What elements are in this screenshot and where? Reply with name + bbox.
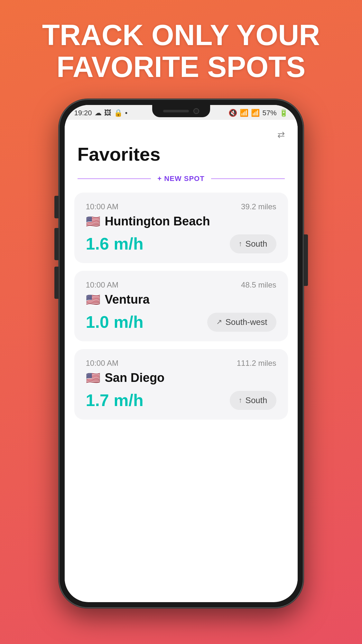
divider-right xyxy=(211,178,285,179)
card-name: San Diego xyxy=(105,371,165,385)
card-name-row: 🇺🇸 Huntington Beach xyxy=(86,214,276,228)
card-speed: 1.0 m/h xyxy=(86,312,144,332)
card-speed: 1.7 m/h xyxy=(86,391,144,410)
card-distance: 111.2 miles xyxy=(237,359,276,368)
battery-icon: 🔋 xyxy=(279,109,288,117)
cloud-icon: ☁ xyxy=(95,109,102,117)
card-name-row: 🇺🇸 San Diego xyxy=(86,371,276,385)
signal-icon: 📶 xyxy=(251,109,260,117)
direction-label: South-west xyxy=(225,317,267,327)
card-top-row: 10:00 AM 39.2 miles xyxy=(86,202,276,211)
volume-down-button xyxy=(54,267,59,299)
front-camera xyxy=(193,108,199,114)
direction-badge: ↑ South xyxy=(230,391,276,410)
phone-screen: 19:20 ☁ 🖼 🔒 • 🔇 📶 📶 57% 🔋 ⇄ Favorites xyxy=(65,105,298,602)
card-top-row: 10:00 AM 111.2 miles xyxy=(86,359,276,368)
new-spot-button[interactable]: + NEW SPOT xyxy=(151,175,211,183)
card-bottom-row: 1.6 m/h ↑ South xyxy=(86,234,276,253)
card-top-row: 10:00 AM 48.5 miles xyxy=(86,280,276,289)
card-name-row: 🇺🇸 Ventura xyxy=(86,293,276,307)
card-flag: 🇺🇸 xyxy=(86,293,100,307)
app-content: ⇄ Favorites + NEW SPOT 10:00 AM 39.2 mil… xyxy=(65,120,298,598)
page-title: Favorites xyxy=(65,143,298,175)
lock-icon: 🔒 xyxy=(114,109,123,117)
direction-badge: ↑ South xyxy=(230,234,276,253)
card-name: Ventura xyxy=(105,293,150,307)
app-header: ⇄ xyxy=(65,120,298,143)
card-bottom-row: 1.0 m/h ↗ South-west xyxy=(86,312,276,332)
spot-card-sandiego[interactable]: 10:00 AM 111.2 miles 🇺🇸 San Diego 1.7 m/… xyxy=(74,349,288,420)
card-time: 10:00 AM xyxy=(86,359,118,368)
card-name: Huntington Beach xyxy=(105,214,210,228)
status-indicators: 🔇 📶 📶 57% 🔋 xyxy=(228,109,288,117)
dot-icon: • xyxy=(125,109,128,117)
power-button xyxy=(303,234,308,286)
card-time: 10:00 AM xyxy=(86,202,118,211)
direction-badge: ↗ South-west xyxy=(207,313,276,332)
direction-label: South xyxy=(246,239,267,249)
direction-arrow: ↑ xyxy=(239,396,242,404)
image-icon: 🖼 xyxy=(104,109,111,117)
mute-status-icon: 🔇 xyxy=(228,109,237,117)
spot-card-ventura[interactable]: 10:00 AM 48.5 miles 🇺🇸 Ventura 1.0 m/h ↗… xyxy=(74,271,288,341)
card-time: 10:00 AM xyxy=(86,280,118,289)
card-distance: 39.2 miles xyxy=(241,202,276,211)
spots-list: 10:00 AM 39.2 miles 🇺🇸 Huntington Beach … xyxy=(65,193,298,420)
wifi-icon: 📶 xyxy=(240,109,248,117)
card-speed: 1.6 m/h xyxy=(86,234,144,253)
direction-label: South xyxy=(246,395,267,405)
volume-up-button xyxy=(54,228,59,260)
divider-left xyxy=(78,178,151,179)
swap-icon[interactable]: ⇄ xyxy=(277,129,285,140)
speaker xyxy=(163,110,189,112)
notch xyxy=(152,105,210,117)
direction-arrow: ↑ xyxy=(239,240,242,248)
card-flag: 🇺🇸 xyxy=(86,215,100,228)
card-flag: 🇺🇸 xyxy=(86,371,100,385)
hero-title: TRACK ONLY YOUR FAVORITE SPOTS xyxy=(23,19,339,83)
spot-card-huntington[interactable]: 10:00 AM 39.2 miles 🇺🇸 Huntington Beach … xyxy=(74,193,288,263)
card-distance: 48.5 miles xyxy=(241,280,276,289)
status-time: 19:20 ☁ 🖼 🔒 • xyxy=(74,109,128,117)
mute-button xyxy=(54,196,59,218)
new-spot-row: + NEW SPOT xyxy=(65,175,298,193)
card-bottom-row: 1.7 m/h ↑ South xyxy=(86,391,276,410)
direction-arrow: ↗ xyxy=(216,318,222,326)
phone-mockup: 19:20 ☁ 🖼 🔒 • 🔇 📶 📶 57% 🔋 ⇄ Favorites xyxy=(59,99,303,608)
